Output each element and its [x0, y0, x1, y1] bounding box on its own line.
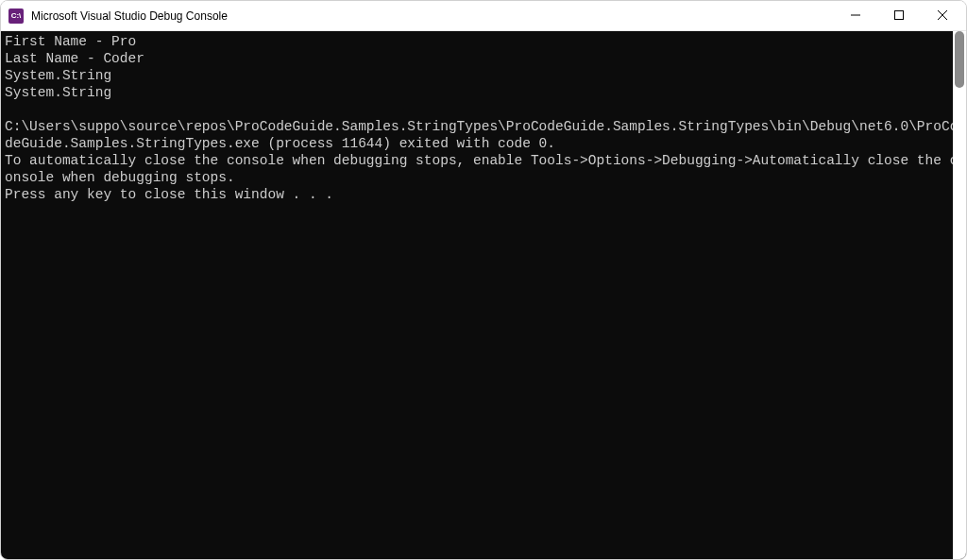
- scrollbar-thumb[interactable]: [955, 31, 964, 88]
- app-window: C:\ Microsoft Visual Studio Debug Consol…: [0, 0, 967, 560]
- console-output[interactable]: First Name - ProLast Name - CoderSystem.…: [1, 31, 966, 559]
- window-title: Microsoft Visual Studio Debug Console: [31, 9, 834, 23]
- scrollbar-track[interactable]: [953, 31, 966, 559]
- console-line: Press any key to close this window . . .: [5, 186, 966, 203]
- close-button[interactable]: [921, 1, 964, 30]
- minimize-button[interactable]: [834, 1, 877, 30]
- svg-rect-1: [895, 11, 904, 20]
- console-line: System.String: [5, 84, 966, 101]
- maximize-button[interactable]: [877, 1, 921, 30]
- console-line: C:\Users\suppo\source\repos\ProCodeGuide…: [5, 118, 966, 152]
- console-wrap: First Name - ProLast Name - CoderSystem.…: [1, 31, 966, 559]
- console-line: Last Name - Coder: [5, 50, 966, 67]
- console-line: [5, 101, 966, 118]
- window-controls: [834, 1, 964, 30]
- app-icon: C:\: [8, 8, 24, 24]
- minimize-icon: [851, 8, 860, 23]
- close-icon: [938, 8, 947, 23]
- title-bar[interactable]: C:\ Microsoft Visual Studio Debug Consol…: [1, 1, 966, 31]
- console-line: First Name - Pro: [5, 33, 966, 50]
- maximize-icon: [894, 8, 904, 23]
- console-line: To automatically close the console when …: [5, 152, 966, 186]
- console-line: System.String: [5, 67, 966, 84]
